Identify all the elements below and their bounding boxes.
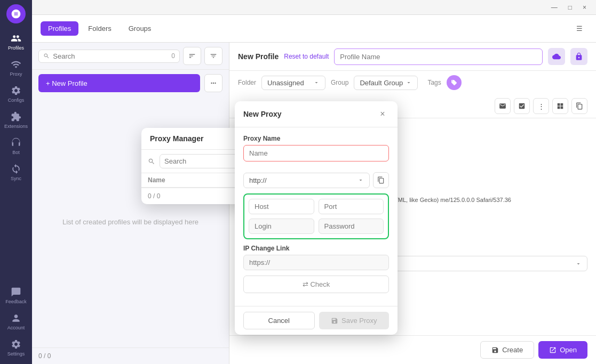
host-input[interactable] [249,199,314,214]
profile-name-input[interactable] [334,48,543,65]
email-btn[interactable] [495,98,511,114]
sidebar-item-proxy[interactable]: Proxy [2,56,30,80]
tab-folders[interactable]: Folders [81,21,118,36]
tab-groups[interactable]: Groups [121,21,159,36]
chevron-down-icon-3 [575,261,582,267]
check-btn[interactable]: ⇄ Check [243,276,389,293]
save-proxy-icon [331,317,338,325]
sidebar-item-configs[interactable]: Configs [2,82,30,106]
ip-change-section: IP Change Link [243,245,389,270]
profile-lock-btn[interactable] [570,48,587,65]
save-proxy-btn: Save Proxy [319,312,390,329]
window-bar: — □ × [32,0,596,15]
new-profile-title: New Profile [238,52,279,61]
profiles-count: 0 / 0 [38,352,51,360]
profile-info-actions: ⋮ [495,98,587,114]
tags-label: Tags [427,79,441,86]
sidebar-account-label: Account [7,325,25,330]
sidebar-extensions-label: Extensions [4,124,28,129]
sidebar-item-extensions[interactable]: Extensions [2,108,30,132]
tab-profiles[interactable]: Profiles [41,21,78,36]
open-btn[interactable]: Open [538,341,587,359]
sidebar-proxy-label: Proxy [10,71,22,77]
save-proxy-label: Save Proxy [341,317,377,325]
sidebar-item-sync[interactable]: Sync [2,160,30,184]
topbar-tabs: Profiles Folders Groups [41,21,158,36]
more-options-btn[interactable]: ⋮ [533,98,549,114]
sidebar-toggle-btn[interactable]: ☰ [571,21,587,37]
folder-select[interactable]: Unassigned [261,76,325,90]
filter-btn[interactable] [204,47,222,65]
password-input[interactable] [319,219,384,234]
new-profile-bar: New Profile Reset to default [229,43,596,71]
search-icon [43,52,50,60]
sort-icon [188,52,196,60]
sidebar-item-bot[interactable]: Bot [2,134,30,158]
topbar: Profiles Folders Groups ☰ [32,15,596,43]
save-icon [491,346,499,354]
folder-row: Folder Unassigned Group Default Group Ta… [229,71,596,94]
copy-proxy-btn[interactable] [373,172,389,188]
close-btn[interactable]: × [579,3,590,12]
create-btn[interactable]: Create [480,341,534,359]
topbar-actions: ☰ [571,21,587,37]
minimize-btn[interactable]: — [548,3,561,12]
sidebar-item-account[interactable]: Account [2,310,30,334]
login-input[interactable] [249,219,314,234]
sidebar-item-settings[interactable]: Settings [2,336,30,360]
proxy-type-select[interactable]: http:// [243,173,370,188]
profiles-action-row: + New Profile [32,70,229,96]
sort-btn[interactable] [183,47,201,65]
profile-avatar-btn[interactable] [548,48,565,65]
sidebar-settings-label: Settings [7,351,25,357]
copy-page-btn[interactable] [571,98,587,114]
checkbox-btn[interactable] [514,98,530,114]
sidebar-profiles-label: Profiles [8,45,24,51]
new-profile-btn[interactable]: + New Profile [38,74,200,92]
proxy-type-value: http:// [249,176,267,184]
new-proxy-body: Proxy Name http:// [235,127,398,306]
proxy-search-icon [148,158,155,165]
main-content: — □ × Profiles Folders Groups ☰ [32,0,596,364]
cancel-btn[interactable]: Cancel [243,312,315,329]
new-proxy-footer: Cancel Save Proxy [235,306,398,335]
search-input[interactable] [53,52,168,60]
group-label: Group [331,79,348,86]
copy-icon [576,102,583,110]
proxy-manager-title: Proxy Manager [150,134,203,143]
host-port-row [249,199,384,214]
lock-icon [575,52,583,61]
tag-icon [451,79,457,86]
reset-link[interactable]: Reset to default [284,53,329,60]
port-input[interactable] [319,199,384,214]
host-port-container [243,193,389,239]
layout-icon [557,102,564,110]
folder-value: Unassigned [267,79,304,87]
app-logo [6,4,26,23]
tags-btn[interactable] [447,75,462,90]
more-btn[interactable] [204,74,222,92]
open-btn-label: Open [560,346,577,354]
sidebar-configs-label: Configs [8,98,25,103]
folder-label: Folder [238,79,256,86]
sidebar-item-feedback[interactable]: Feedback [2,284,30,308]
empty-list-text: List of created profiles will be display… [62,218,198,226]
new-proxy-modal: New Proxy × Proxy Name http:// [235,101,398,335]
sidebar-item-profiles[interactable]: Profiles [2,30,30,54]
filter-icon [210,52,217,60]
maximize-btn[interactable]: □ [565,3,575,12]
layout-btn[interactable] [552,98,568,114]
chevron-down-icon-2 [406,79,412,86]
profiles-footer: 0 / 0 [32,347,229,364]
login-pass-row [249,219,384,234]
group-select[interactable]: Default Group [354,76,418,90]
new-proxy-close-btn[interactable]: × [376,108,389,120]
proxy-name-input[interactable] [243,145,389,161]
proxy-type-row: http:// [243,172,389,188]
create-btn-label: Create [502,346,523,354]
search-box[interactable]: 0 [38,50,180,63]
email-icon [499,102,506,110]
sidebar-bot-label: Bot [12,150,20,155]
ip-change-input[interactable] [243,255,389,270]
checkbox-icon [518,102,526,110]
